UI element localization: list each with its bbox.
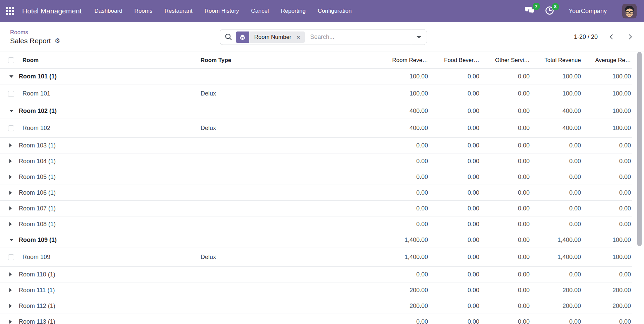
group-total-revenue: 0.00: [531, 158, 582, 165]
page-title: Sales Report: [10, 37, 51, 45]
record-row[interactable]: Room 101 Delux 100.00 0.00 0.00 100.00 1…: [0, 84, 632, 103]
menu-configuration[interactable]: Configuration: [318, 8, 352, 14]
group-other-services: 0.00: [481, 303, 531, 310]
company-switcher[interactable]: YourCompany: [569, 8, 607, 15]
group-label: Room 106 (1): [19, 189, 198, 196]
group-row[interactable]: Room 106 (1) 0.00 0.00 0.00 0.00 0.00: [0, 185, 632, 201]
group-room-revenue: 0.00: [376, 158, 429, 165]
record-row[interactable]: Room 102 Delux 400.00 0.00 0.00 400.00 1…: [0, 119, 632, 138]
column-header-room-type[interactable]: Room Type: [198, 57, 376, 64]
app-title[interactable]: Hotel Management: [22, 7, 82, 15]
group-row[interactable]: Room 103 (1) 0.00 0.00 0.00 0.00 0.00: [0, 138, 632, 153]
facet-remove-icon[interactable]: ×: [296, 31, 305, 43]
caret-down-icon[interactable]: [9, 75, 13, 78]
menu-reporting[interactable]: Reporting: [281, 8, 306, 14]
search-input[interactable]: [310, 34, 411, 41]
search-options-toggle[interactable]: [411, 29, 427, 45]
group-food-beverage: 0.00: [429, 237, 481, 244]
user-avatar[interactable]: [622, 4, 637, 18]
group-food-beverage: 0.00: [429, 318, 481, 324]
group-total-revenue: 0.00: [531, 205, 582, 212]
main-menu: Dashboard Rooms Restaurant Room History …: [94, 8, 352, 14]
caret-right-icon[interactable]: [9, 288, 12, 292]
record-room-type: Delux: [198, 125, 376, 132]
layers-icon: [236, 31, 249, 43]
group-label: Room 101 (1): [19, 73, 198, 80]
group-row[interactable]: Room 101 (1) 100.00 0.00 0.00 100.00 100…: [0, 69, 632, 84]
group-average-revenue: 100.00: [582, 237, 632, 244]
group-room-revenue: 100.00: [376, 73, 429, 80]
row-checkbox[interactable]: [8, 91, 14, 97]
record-room: Room 109: [19, 254, 198, 261]
pager-value: 1-20 / 20: [574, 34, 598, 41]
activities-button[interactable]: 8: [545, 6, 554, 16]
messages-button[interactable]: 7: [525, 6, 535, 16]
menu-dashboard[interactable]: Dashboard: [94, 8, 122, 14]
menu-room-history[interactable]: Room History: [205, 8, 239, 14]
pager: 1-20 / 20: [574, 32, 635, 42]
caret-right-icon[interactable]: [9, 206, 12, 210]
group-room-revenue: 0.00: [376, 221, 429, 228]
caret-right-icon[interactable]: [9, 143, 12, 147]
select-all-checkbox[interactable]: [8, 57, 14, 63]
caret-right-icon[interactable]: [9, 222, 12, 226]
group-room-revenue: 400.00: [376, 108, 429, 115]
column-header-other-services[interactable]: Other Servi…: [481, 57, 531, 64]
facet-label: Room Number: [249, 31, 296, 43]
apps-menu-icon[interactable]: [6, 7, 15, 15]
activities-count-badge: 8: [552, 3, 559, 10]
gear-icon[interactable]: ⚙: [54, 38, 60, 44]
group-other-services: 0.00: [481, 318, 531, 324]
group-row[interactable]: Room 112 (1) 200.00 0.00 0.00 200.00 200…: [0, 298, 632, 314]
column-header-food-beverage[interactable]: Food Bever…: [429, 57, 481, 64]
record-room-type: Delux: [198, 254, 376, 261]
column-header-total-revenue[interactable]: Total Revenue: [531, 57, 582, 64]
list-body: Room 101 (1) 100.00 0.00 0.00 100.00 100…: [0, 69, 644, 324]
caret-right-icon[interactable]: [9, 320, 12, 324]
group-average-revenue: 100.00: [582, 108, 632, 115]
group-room-revenue: 1,400.00: [376, 237, 429, 244]
caret-down-icon[interactable]: [9, 110, 13, 112]
record-row[interactable]: Room 109 Delux 1,400.00 0.00 0.00 1,400.…: [0, 248, 632, 267]
record-room-type: Delux: [198, 90, 376, 97]
group-average-revenue: 0.00: [582, 158, 632, 165]
row-checkbox[interactable]: [8, 254, 14, 260]
caret-right-icon[interactable]: [9, 159, 12, 163]
menu-restaurant[interactable]: Restaurant: [164, 8, 192, 14]
scrollbar-thumb[interactable]: [637, 52, 642, 246]
caret-right-icon[interactable]: [9, 191, 12, 195]
group-label: Room 112 (1): [19, 303, 198, 310]
group-row[interactable]: Room 104 (1) 0.00 0.00 0.00 0.00 0.00: [0, 153, 632, 169]
group-row[interactable]: Room 111 (1) 200.00 0.00 0.00 200.00 200…: [0, 282, 632, 298]
chevron-down-icon: [416, 36, 422, 38]
pager-previous-button[interactable]: [606, 32, 616, 42]
group-average-revenue: 200.00: [582, 287, 632, 294]
column-header-room[interactable]: Room: [19, 57, 198, 64]
vertical-scrollbar[interactable]: [635, 52, 644, 324]
group-row[interactable]: Room 102 (1) 400.00 0.00 0.00 400.00 100…: [0, 103, 632, 119]
breadcrumb-rooms-link[interactable]: Rooms: [10, 29, 60, 36]
pager-next-button[interactable]: [625, 32, 635, 42]
menu-cancel[interactable]: Cancel: [251, 8, 269, 14]
group-average-revenue: 0.00: [582, 189, 632, 196]
group-row[interactable]: Room 107 (1) 0.00 0.00 0.00 0.00 0.00: [0, 201, 632, 216]
group-row[interactable]: Room 105 (1) 0.00 0.00 0.00 0.00 0.00: [0, 169, 632, 185]
group-total-revenue: 0.00: [531, 271, 582, 278]
group-row[interactable]: Room 110 (1) 0.00 0.00 0.00 0.00 0.00: [0, 267, 632, 282]
caret-right-icon[interactable]: [9, 175, 12, 179]
sales-report-list: Room Room Type Room Reve… Food Bever… Ot…: [0, 52, 644, 324]
group-room-revenue: 0.00: [376, 205, 429, 212]
group-total-revenue: 400.00: [531, 108, 582, 115]
group-label: Room 109 (1): [19, 237, 198, 244]
column-header-average-revenue[interactable]: Average Re…: [582, 57, 632, 64]
caret-right-icon[interactable]: [9, 304, 12, 308]
caret-down-icon[interactable]: [9, 239, 13, 241]
group-row[interactable]: Room 109 (1) 1,400.00 0.00 0.00 1,400.00…: [0, 232, 632, 248]
group-row[interactable]: Room 108 (1) 0.00 0.00 0.00 0.00 0.00: [0, 216, 632, 232]
group-food-beverage: 0.00: [429, 108, 481, 115]
caret-right-icon[interactable]: [9, 272, 12, 276]
column-header-room-revenue[interactable]: Room Reve…: [376, 57, 429, 64]
group-row[interactable]: Room 113 (1) 0.00 0.00 0.00 0.00 0.00: [0, 314, 632, 324]
row-checkbox[interactable]: [8, 125, 14, 131]
menu-rooms[interactable]: Rooms: [135, 8, 153, 14]
